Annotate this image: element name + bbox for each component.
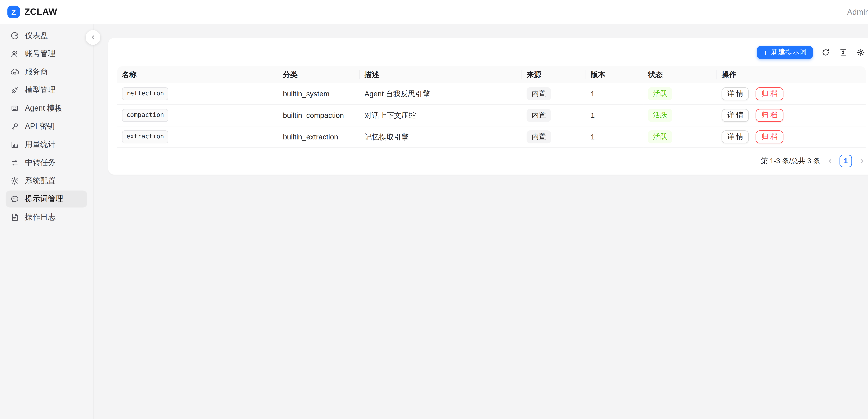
detail-button[interactable]: 详 情 (722, 109, 749, 122)
table-row: extraction builtin_extraction 记忆提取引擎 内置 … (117, 126, 866, 148)
sidebar-item-label: 服务商 (25, 67, 48, 77)
file-text-icon (10, 213, 19, 221)
prompt-category: builtin_compaction (278, 105, 360, 126)
sidebar-item-label: 提示词管理 (25, 194, 63, 204)
main-content: + 新建提示词 (94, 24, 868, 419)
prompt-name-tag: reflection (122, 88, 168, 100)
table-row: reflection builtin_system Agent 自我反思引擎 内… (117, 83, 866, 105)
archive-button[interactable]: 归 档 (756, 109, 783, 122)
sidebar-item-prompt-management[interactable]: 提示词管理 (6, 190, 87, 208)
status-badge: 活跃 (648, 87, 672, 100)
sidebar-item-label: 仪表盘 (25, 31, 48, 41)
new-prompt-button[interactable]: + 新建提示词 (757, 46, 813, 59)
chevron-left-icon (827, 158, 833, 164)
sidebar: 仪表盘 账号管理 服务商 模型管理 (0, 24, 94, 419)
table-header-row: 名称 分类 描述 来源 版本 状态 操作 (117, 66, 866, 83)
comment-icon (10, 194, 19, 204)
next-page-button[interactable] (858, 155, 866, 167)
top-bar: Z ZCLAW Admin (0, 0, 868, 24)
source-tag: 内置 (527, 130, 551, 144)
sidebar-item-providers[interactable]: 服务商 (6, 64, 87, 81)
sidebar-item-label: 用量统计 (25, 140, 56, 150)
prompt-description: 记忆提取引擎 (360, 126, 522, 148)
archive-button[interactable]: 归 档 (756, 87, 783, 100)
settings-icon[interactable] (855, 48, 866, 58)
new-prompt-label: 新建提示词 (771, 48, 807, 57)
archive-button[interactable]: 归 档 (756, 130, 783, 143)
chevron-left-icon (90, 34, 96, 41)
prompt-version: 1 (586, 83, 643, 105)
column-header-version: 版本 (586, 66, 643, 83)
prompt-name-tag: extraction (122, 130, 168, 143)
column-header-status: 状态 (643, 66, 717, 83)
column-header-name: 名称 (117, 66, 278, 83)
detail-button[interactable]: 详 情 (722, 87, 749, 100)
robot-icon (10, 104, 19, 113)
sidebar-collapse-button[interactable] (86, 30, 100, 45)
sidebar-item-label: 操作日志 (25, 212, 56, 222)
column-header-description: 描述 (360, 66, 522, 83)
prompt-version: 1 (586, 105, 643, 126)
reload-icon[interactable] (820, 48, 831, 58)
sidebar-item-accounts[interactable]: 账号管理 (6, 45, 87, 62)
sidebar-item-dashboard[interactable]: 仪表盘 (6, 27, 87, 44)
key-icon (10, 122, 19, 131)
sidebar-item-label: Agent 模板 (25, 103, 62, 113)
prompt-description: 对话上下文压缩 (360, 105, 522, 126)
cloud-server-icon (10, 67, 19, 77)
sidebar-item-operation-logs[interactable]: 操作日志 (6, 209, 87, 226)
brand[interactable]: Z ZCLAW (7, 6, 57, 18)
users-icon (10, 49, 19, 58)
prompt-description: Agent 自我反思引擎 (360, 83, 522, 105)
swap-icon (10, 158, 19, 167)
pagination: 第 1-3 条/总共 3 条 1 (108, 148, 868, 174)
gear-icon (10, 176, 19, 185)
sidebar-item-label: 账号管理 (25, 49, 56, 59)
source-tag: 内置 (527, 109, 551, 122)
prev-page-button[interactable] (826, 155, 834, 167)
sidebar-item-models[interactable]: 模型管理 (6, 82, 87, 99)
user-menu[interactable]: Admin (847, 7, 868, 16)
source-tag: 内置 (527, 87, 551, 100)
chevron-right-icon (859, 158, 865, 164)
prompt-name-tag: compaction (122, 109, 168, 122)
table-toolbar: + 新建提示词 (108, 38, 868, 66)
column-header-actions: 操作 (717, 66, 866, 83)
pagination-summary: 第 1-3 条/总共 3 条 (761, 156, 820, 166)
prompt-category: builtin_extraction (278, 126, 360, 148)
table-row: compaction builtin_compaction 对话上下文压缩 内置… (117, 105, 866, 126)
plug-icon (10, 86, 19, 95)
sidebar-item-usage-stats[interactable]: 用量统计 (6, 136, 87, 153)
prompt-category: builtin_system (278, 83, 360, 105)
detail-button[interactable]: 详 情 (722, 130, 749, 143)
sidebar-item-agent-templates[interactable]: Agent 模板 (6, 100, 87, 117)
column-header-source: 来源 (522, 66, 586, 83)
app: Z ZCLAW Admin 仪表盘 账号管理 (0, 0, 868, 419)
page-1-button[interactable]: 1 (840, 155, 852, 167)
sidebar-item-label: API 密钥 (25, 121, 55, 131)
sidebar-item-api-keys[interactable]: API 密钥 (6, 118, 87, 135)
gauge-icon (10, 31, 19, 40)
brand-name: ZCLAW (24, 7, 57, 17)
prompt-version: 1 (586, 126, 643, 148)
prompt-table-card: + 新建提示词 (108, 38, 868, 175)
status-badge: 活跃 (648, 109, 672, 122)
column-height-icon[interactable] (838, 48, 848, 58)
sidebar-item-label: 中转任务 (25, 158, 56, 168)
bar-chart-icon (10, 140, 19, 149)
logo-icon: Z (7, 6, 20, 18)
status-badge: 活跃 (648, 130, 672, 144)
column-header-category: 分类 (278, 66, 360, 83)
sidebar-item-relay-tasks[interactable]: 中转任务 (6, 154, 87, 171)
sidebar-item-label: 系统配置 (25, 176, 56, 186)
prompt-table: 名称 分类 描述 来源 版本 状态 操作 reflection (117, 66, 866, 148)
plus-icon: + (763, 49, 768, 56)
sidebar-item-label: 模型管理 (25, 85, 56, 95)
sidebar-item-system-config[interactable]: 系统配置 (6, 173, 87, 189)
